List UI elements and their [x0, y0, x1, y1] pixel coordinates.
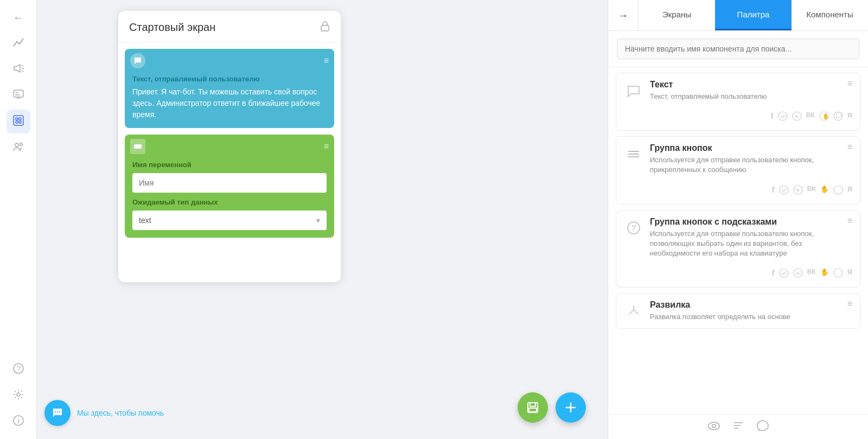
- save-button[interactable]: [518, 392, 548, 423]
- variable-name-input[interactable]: [132, 173, 327, 193]
- canvas-bottom-buttons: [518, 392, 586, 423]
- chat-widget-button[interactable]: [44, 400, 71, 426]
- sidebar-item-analytics[interactable]: [7, 31, 30, 55]
- component-name: Развилка: [650, 300, 852, 310]
- variable-icon: [130, 139, 145, 154]
- component-desc: Развилка позволяет определить на основе: [650, 312, 852, 322]
- svg-point-40: [780, 269, 788, 277]
- card-top: Текст Текст, отправляемый пользователю: [624, 80, 852, 101]
- green-block-content: Имя переменной Ожидаемый тип данных text…: [125, 157, 334, 238]
- telegram-icon: [779, 268, 789, 281]
- facebook-icon: f: [772, 268, 775, 281]
- sidebar-item-settings[interactable]: [7, 384, 30, 408]
- chat-bubble-icon: [130, 53, 145, 68]
- ok-icon: ✋: [820, 268, 829, 281]
- svg-point-46: [709, 422, 719, 430]
- sidebar: ← ? i: [0, 0, 37, 439]
- card-info: Группа кнопок с подсказками Используется…: [650, 217, 852, 259]
- sidebar-item-users[interactable]: [7, 136, 30, 160]
- sidebar-item-back[interactable]: ←: [7, 5, 30, 29]
- platform-icons: f ВК ✋ Я: [624, 181, 852, 198]
- component-card-hint-group[interactable]: ≡ ? Группа кнопок с подсказками Использу…: [616, 210, 860, 288]
- tab-screens[interactable]: Экраны: [639, 0, 715, 30]
- whatsapp-icon: [833, 185, 843, 198]
- lock-icon: [320, 21, 330, 34]
- arrow-right-icon: →: [618, 9, 629, 22]
- svg-point-14: [17, 393, 20, 396]
- drag-handle-icon: ≡: [847, 142, 852, 152]
- sidebar-item-chat[interactable]: [7, 84, 30, 107]
- right-panel-bottom: [608, 414, 868, 439]
- add-button[interactable]: [556, 392, 586, 423]
- component-card-text[interactable]: ≡ Текст Текст, отправляемый пользователю…: [616, 73, 860, 131]
- card-top: Группа кнопок Используется для отправки …: [624, 143, 852, 175]
- svg-rect-9: [19, 121, 21, 123]
- sort-icon[interactable]: [733, 420, 744, 434]
- drag-handle-icon: ≡: [847, 79, 852, 88]
- chat-widget-label[interactable]: Мы здесь, чтобы помочь: [77, 409, 164, 417]
- platform-icons: f ВК ✋ Я: [624, 264, 852, 281]
- card-info: Текст Текст, отправляемый пользователю: [650, 80, 852, 101]
- screen-title: Стартовый экран: [129, 21, 215, 34]
- component-desc: Используется для отправки пользователю к…: [650, 155, 852, 175]
- users-icon: [12, 141, 24, 155]
- component-desc: Текст, отправляемый пользователю: [650, 92, 852, 101]
- sidebar-item-info[interactable]: i: [7, 410, 30, 434]
- vk-icon: ВК: [807, 268, 816, 281]
- yandex-icon: Я: [847, 268, 852, 281]
- svg-point-41: [794, 269, 802, 277]
- green-block-header: ≡: [125, 135, 334, 157]
- sidebar-item-diagram[interactable]: [7, 110, 30, 133]
- hint-group-icon: ?: [624, 218, 643, 238]
- text-component-icon: [624, 81, 643, 100]
- blue-block-menu-icon[interactable]: ≡: [324, 56, 329, 66]
- phone-icon: [792, 111, 802, 124]
- blue-block-header: ≡: [125, 49, 334, 72]
- phone-icon: [793, 268, 803, 281]
- blue-block-content: Текст, отправляемый пользователю Привет.…: [125, 72, 334, 128]
- type-label: Ожидаемый тип данных: [132, 198, 327, 206]
- screen-header: Стартовый экран: [118, 11, 341, 42]
- svg-text:✋: ✋: [822, 113, 829, 120]
- facebook-icon: f: [771, 111, 774, 124]
- svg-line-45: [634, 310, 638, 314]
- tab-components[interactable]: Компоненты: [792, 0, 868, 30]
- type-select-value: text: [139, 216, 316, 225]
- component-card-branch[interactable]: ≡ Развилка Развилка позволяет определить…: [616, 293, 860, 329]
- search-input[interactable]: [617, 39, 859, 59]
- svg-rect-21: [529, 408, 537, 412]
- component-name: Группа кнопок с подсказками: [650, 217, 852, 227]
- component-card-button-group[interactable]: ≡ Группа кнопок Используется для отправк…: [616, 136, 860, 204]
- card-top: ? Группа кнопок с подсказками Использует…: [624, 217, 852, 259]
- tab-palette[interactable]: Палитра: [715, 0, 792, 30]
- svg-point-11: [20, 143, 22, 145]
- sidebar-item-help[interactable]: ?: [7, 358, 30, 381]
- type-select[interactable]: text ▾: [132, 211, 327, 230]
- svg-point-47: [712, 424, 716, 428]
- drag-handle-icon: ≡: [847, 216, 852, 226]
- svg-point-27: [778, 112, 787, 120]
- svg-point-36: [794, 186, 802, 194]
- card-info: Группа кнопок Используется для отправки …: [650, 143, 852, 175]
- ok-icon: ✋: [819, 111, 829, 124]
- preview-icon[interactable]: [708, 421, 720, 433]
- card-info: Развилка Развилка позволяет определить н…: [650, 300, 852, 322]
- svg-line-1: [22, 65, 23, 66]
- messenger-icon[interactable]: [757, 420, 769, 434]
- component-desc: Используется для отправки пользователю к…: [650, 229, 852, 259]
- component-list: ≡ Текст Текст, отправляемый пользователю…: [608, 67, 868, 414]
- info-icon: i: [12, 415, 24, 429]
- green-block-menu-icon[interactable]: ≡: [324, 142, 329, 151]
- diagram-icon: [12, 114, 24, 129]
- green-block: ≡ Имя переменной Ожидаемый тип данных te…: [125, 135, 334, 238]
- tab-bar: Экраны Палитра Компоненты: [639, 0, 868, 30]
- ok-icon: ✋: [820, 185, 829, 198]
- svg-text:?: ?: [631, 224, 636, 232]
- telegram-icon: [779, 185, 789, 198]
- svg-rect-20: [530, 403, 535, 406]
- svg-text:i: i: [17, 416, 19, 424]
- sidebar-item-megaphone[interactable]: [7, 58, 30, 81]
- svg-point-42: [834, 269, 843, 277]
- button-group-icon: [624, 144, 643, 164]
- panel-arrow-button[interactable]: →: [608, 0, 639, 30]
